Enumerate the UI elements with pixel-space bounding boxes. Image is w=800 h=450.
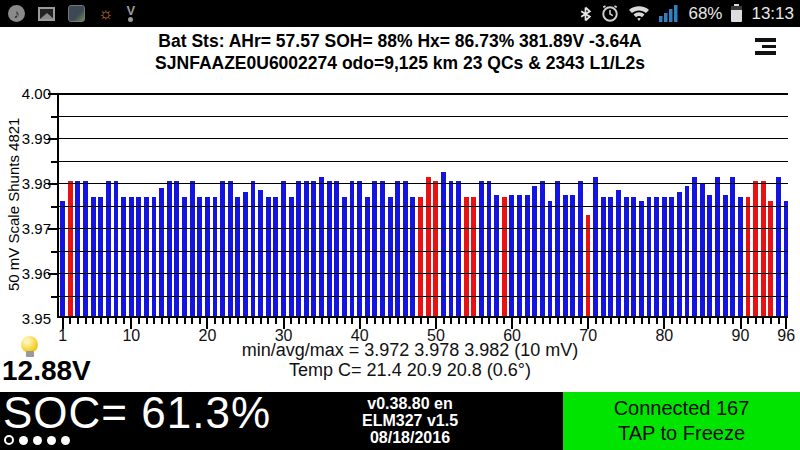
adapter-version: ELM327 v1.5	[340, 412, 480, 429]
chart-gridline	[59, 161, 788, 162]
x-axis-tick	[633, 318, 635, 324]
chart-gridline	[59, 296, 788, 297]
x-axis-tick	[283, 318, 285, 329]
x-axis-tick	[770, 318, 772, 324]
x-axis-tick	[458, 318, 460, 324]
x-axis-tick	[557, 318, 559, 324]
x-axis-tick	[534, 318, 536, 324]
x-axis-tick	[762, 318, 764, 324]
x-axis-tick	[351, 318, 353, 324]
cell-bar	[677, 192, 682, 316]
x-axis-tick	[473, 318, 475, 324]
x-axis-tick	[69, 318, 71, 324]
cell-bar	[98, 197, 103, 316]
aux-battery-voltage: 12.88V	[2, 355, 91, 387]
x-axis-tick	[450, 318, 452, 324]
cell-bar	[586, 215, 591, 316]
cell-bar	[746, 197, 751, 316]
cell-bar	[235, 197, 240, 316]
cell-bar	[601, 197, 606, 316]
x-axis-tick	[542, 318, 544, 324]
x-axis-tick	[305, 318, 307, 324]
x-axis-tick	[85, 318, 87, 324]
x-axis-tick	[724, 318, 726, 324]
cell-bar	[647, 197, 652, 316]
cell-bar	[624, 197, 629, 316]
cell-voltage-chart[interactable]: 50 mV Scale Shunts 4821 4.003.993.983.97…	[57, 93, 788, 318]
x-axis-tick	[648, 318, 650, 324]
lightbulb-icon[interactable]	[21, 336, 38, 353]
x-axis-tick	[732, 318, 734, 324]
cell-bar	[563, 195, 568, 317]
cell-bar	[707, 195, 712, 317]
cell-bar	[471, 197, 476, 316]
x-axis-tick	[610, 318, 612, 324]
x-axis-tick	[587, 318, 589, 329]
x-axis-tick	[130, 318, 132, 329]
battery-icon	[731, 6, 742, 22]
cell-bar	[616, 190, 621, 316]
y-axis-label: 3.95	[13, 310, 51, 327]
page-dot	[61, 436, 70, 445]
cell-bar	[60, 201, 65, 316]
x-axis-tick	[526, 318, 528, 324]
v-dot	[128, 17, 133, 22]
x-axis-tick	[275, 318, 277, 324]
chart-gridline	[59, 273, 788, 274]
cell-bar	[494, 195, 499, 317]
y-axis-tick	[51, 296, 57, 298]
x-axis-tick	[229, 318, 231, 324]
cell-bar	[365, 197, 370, 316]
x-axis-tick	[663, 318, 665, 329]
chart-gridline	[59, 138, 788, 139]
cell-bar	[205, 197, 210, 316]
menu-icon[interactable]	[755, 38, 776, 55]
app-preview-icon	[68, 5, 85, 22]
cell-bar	[197, 197, 202, 316]
x-axis-tick	[260, 318, 262, 324]
y-axis-label: 3.97	[13, 220, 51, 237]
x-axis-tick	[656, 318, 658, 324]
x-axis-tick	[107, 318, 109, 324]
x-axis-tick	[374, 318, 376, 324]
x-axis-tick	[496, 318, 498, 324]
chart-gridline	[59, 93, 788, 95]
cell-bar	[669, 197, 674, 316]
x-axis-tick	[427, 318, 429, 324]
bluetooth-icon	[579, 5, 592, 23]
page-indicator[interactable]	[4, 435, 70, 445]
y-axis-label: 3.99	[13, 130, 51, 147]
cell-bar	[136, 197, 141, 316]
x-axis-tick	[397, 318, 399, 324]
page-dot	[47, 436, 56, 445]
x-axis-tick	[481, 318, 483, 324]
x-axis-tick	[602, 318, 604, 324]
x-axis-tick	[389, 318, 391, 324]
x-axis-tick	[92, 318, 94, 324]
chart-gridline	[59, 251, 788, 252]
page-dot	[33, 436, 42, 445]
connection-status-button[interactable]: Connected 167 TAP to Freeze	[563, 392, 800, 450]
x-axis-tick	[191, 318, 193, 324]
cell-bar	[129, 197, 134, 316]
cell-bar	[784, 201, 789, 316]
cell-bar	[639, 201, 644, 316]
y-axis-tick	[48, 228, 57, 230]
x-axis-tick	[625, 318, 627, 324]
cell-bar	[509, 195, 514, 317]
y-axis-tick	[48, 183, 57, 185]
tap-to-freeze-label: TAP to Freeze	[618, 421, 745, 446]
x-axis-tick	[686, 318, 688, 324]
x-axis-tick	[488, 318, 490, 324]
cell-bar	[159, 188, 164, 316]
cell-bar	[418, 197, 423, 316]
cell-bar	[517, 195, 522, 317]
x-axis-tick	[184, 318, 186, 324]
x-axis-tick	[412, 318, 414, 324]
soc-value[interactable]: SOC= 61.3%	[3, 390, 271, 436]
x-axis-tick	[123, 318, 125, 324]
cell-bar	[342, 197, 347, 316]
min-avg-max-line: min/avg/max = 3.972 3.978 3.982 (10 mV)	[30, 340, 790, 361]
cell-bar	[631, 197, 636, 316]
brightness-icon: ☼	[98, 5, 114, 22]
